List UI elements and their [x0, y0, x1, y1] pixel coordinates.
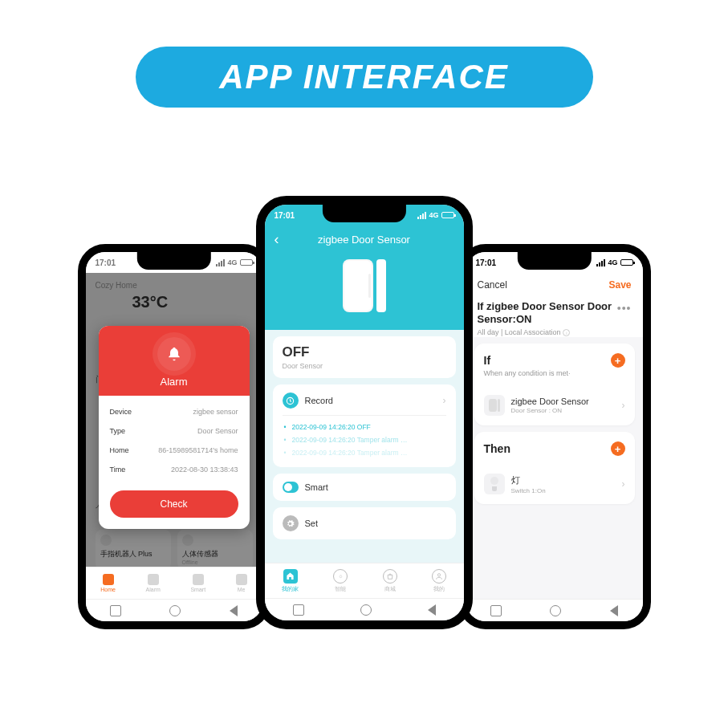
add-condition-button[interactable]: + — [611, 353, 625, 368]
chevron-right-icon: › — [443, 395, 446, 406]
tab-home[interactable]: Home — [100, 574, 116, 592]
action-item[interactable]: 灯 Switch 1:On › — [484, 466, 625, 494]
alarm-header: Alarm — [99, 326, 250, 396]
tab-smart[interactable]: ☼智能 — [333, 569, 348, 593]
sun-icon: ☼ — [333, 569, 348, 584]
network-label: 4G — [608, 258, 617, 266]
banner: APP INTERFACE — [136, 47, 593, 108]
android-navbar — [86, 599, 262, 621]
tab-me[interactable]: 我的 — [432, 569, 446, 593]
device-title: zigbee Door Sensor — [318, 234, 410, 246]
status-time: 17:01 — [476, 258, 497, 267]
record-list: 2022-09-09 14:26:20 OFF 2022-09-09 14:26… — [283, 415, 446, 459]
phone-automation: 17:01 4G Cancel Save If zigbee Door Sens… — [458, 244, 651, 629]
device-header: ‹ zigbee Door Sensor — [265, 226, 464, 330]
svg-point-1 — [437, 573, 440, 575]
recent-apps-button[interactable] — [293, 604, 304, 616]
detail-row: Devicezigbee sensor — [110, 402, 238, 421]
back-icon[interactable]: ‹ — [275, 231, 279, 248]
chevron-right-icon: › — [622, 478, 625, 490]
tab-shop[interactable]: 商城 — [383, 569, 397, 593]
back-button[interactable] — [230, 605, 238, 616]
network-label: 4G — [429, 211, 438, 219]
record-item: 2022-09-09 14:26:20 Tamper alarm … — [283, 433, 446, 446]
set-card[interactable]: Set — [273, 507, 456, 539]
automation-title: If zigbee Door Sensor Door Sensor:ON — [478, 300, 632, 327]
light-icon — [484, 474, 505, 494]
sensor-icon — [484, 395, 505, 416]
home-icon — [283, 569, 298, 584]
detail-row: Time2022-08-30 13:38:43 — [110, 460, 238, 479]
bottom-tabbar: Home Alarm Smart Me — [86, 567, 262, 599]
banner-title: APP INTERFACE — [219, 58, 508, 96]
status-time: 17:01 — [275, 211, 295, 220]
cancel-button[interactable]: Cancel — [478, 279, 507, 291]
alarm-modal: Alarm Devicezigbee sensor TypeDoor Senso… — [99, 326, 250, 529]
home-button[interactable] — [550, 605, 561, 616]
status-right: 4G — [216, 258, 252, 266]
automation-body: If + When any condition is met· zigbee D… — [466, 337, 643, 599]
phone-device-detail: 17:01 4G ‹ zigbee Door Sensor OFF Door S… — [256, 196, 473, 629]
then-section: Then + 灯 Switch 1:On › — [474, 432, 635, 504]
android-navbar — [466, 599, 643, 621]
tab-alarm[interactable]: Alarm — [146, 574, 161, 592]
back-button[interactable] — [428, 604, 436, 616]
signal-icon — [596, 259, 605, 266]
record-item: 2022-09-09 14:26:20 OFF — [283, 421, 446, 433]
save-button[interactable]: Save — [608, 279, 631, 291]
toggle-icon — [283, 482, 299, 493]
notch — [136, 252, 210, 270]
battery-icon — [441, 212, 454, 218]
alarm-title: Alarm — [99, 376, 250, 388]
sensor-illustration — [275, 248, 454, 317]
add-action-button[interactable]: + — [611, 441, 625, 456]
more-icon[interactable]: ••• — [617, 302, 632, 315]
condition-item[interactable]: zigbee Door Sensor Door Sensor : ON › — [484, 387, 625, 416]
chevron-right-icon: › — [622, 400, 625, 411]
signal-icon — [417, 212, 426, 219]
signal-icon — [216, 259, 225, 266]
back-button[interactable] — [610, 605, 618, 616]
notch — [517, 252, 591, 270]
bottom-tabbar: 我的家 ☼智能 商城 我的 — [265, 563, 464, 598]
battery-icon — [240, 259, 253, 266]
user-icon — [432, 569, 446, 584]
android-navbar — [265, 598, 464, 620]
alarm-details: Devicezigbee sensor TypeDoor Sensor Home… — [99, 396, 250, 486]
record-label: Record — [305, 396, 333, 405]
smart-label: Smart — [305, 482, 328, 492]
alarm-icon — [148, 574, 159, 585]
recent-apps-button[interactable] — [490, 605, 502, 616]
if-subtitle: When any condition is met· — [484, 369, 625, 377]
gear-icon — [283, 515, 299, 531]
status-value: OFF — [283, 344, 446, 360]
status-sub: Door Sensor — [283, 362, 446, 370]
home-icon — [103, 574, 114, 585]
status-right: 4G — [596, 258, 632, 266]
tab-smart[interactable]: Smart — [190, 574, 205, 592]
bell-icon — [157, 337, 191, 371]
record-card[interactable]: Record › 2022-09-09 14:26:20 OFF 2022-09… — [273, 384, 456, 467]
nav-header: Cancel Save — [466, 273, 643, 297]
tab-me[interactable]: Me — [236, 574, 247, 592]
smart-card[interactable]: Smart — [273, 474, 456, 501]
detail-row: Home86-15989581714's home — [110, 441, 238, 460]
recent-apps-button[interactable] — [110, 605, 121, 616]
home-button[interactable] — [360, 604, 372, 616]
set-label: Set — [305, 519, 319, 528]
status-card: OFF Door Sensor — [273, 336, 456, 378]
home-button[interactable] — [169, 605, 181, 616]
status-time: 17:01 — [96, 258, 116, 267]
me-icon — [236, 574, 247, 585]
check-button[interactable]: Check — [110, 490, 238, 518]
phones-row: 17:01 4G Cozy Home 33°C 门… 人… ✕ 手指机器人 Pl… — [0, 196, 728, 629]
then-label: Then — [484, 442, 510, 455]
notch — [322, 205, 405, 222]
if-label: If — [484, 354, 491, 367]
if-section: If + When any condition is met· zigbee D… — [474, 344, 635, 425]
bag-icon — [383, 569, 397, 584]
tab-home[interactable]: 我的家 — [282, 569, 299, 593]
battery-icon — [620, 259, 633, 266]
info-icon[interactable]: i — [563, 329, 570, 336]
phone-alarm: 17:01 4G Cozy Home 33°C 门… 人… ✕ 手指机器人 Pl… — [78, 244, 270, 629]
